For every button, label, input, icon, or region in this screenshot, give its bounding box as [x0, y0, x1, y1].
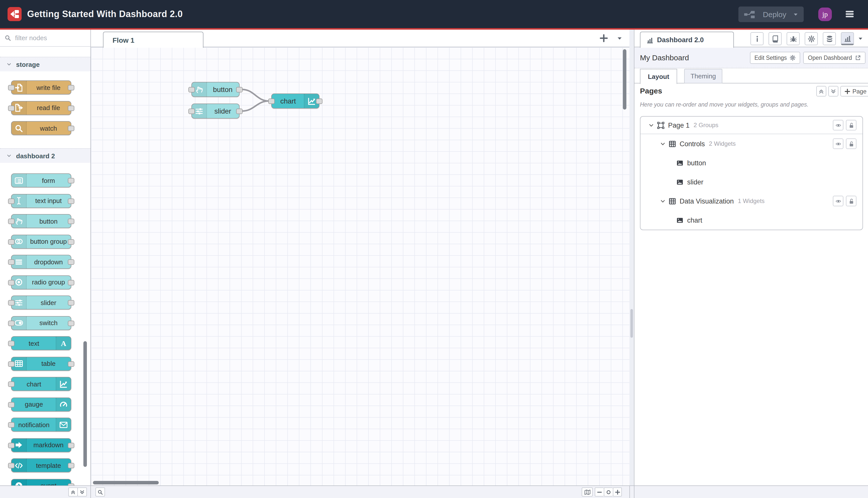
- add-flow-icon[interactable]: [599, 34, 608, 43]
- output-port[interactable]: [68, 483, 74, 485]
- lock-button[interactable]: [846, 196, 856, 206]
- main-menu-icon[interactable]: [844, 10, 855, 18]
- palette-node-form[interactable]: form: [11, 173, 71, 187]
- tree-row-slider[interactable]: slider: [640, 172, 863, 192]
- output-port[interactable]: [68, 219, 74, 224]
- output-port[interactable]: [68, 259, 74, 265]
- zoom-out-button[interactable]: [595, 487, 604, 497]
- input-port[interactable]: [8, 259, 15, 265]
- output-port[interactable]: [68, 300, 74, 305]
- sidebar-toolbar-bug-button[interactable]: [787, 32, 800, 45]
- sidebar-toolbar-bar-chart-button[interactable]: [841, 32, 854, 45]
- sidebar-toolbar-gear-button[interactable]: [805, 32, 818, 45]
- palette-category-storage[interactable]: storage: [0, 57, 90, 71]
- palette-collapse-all-button[interactable]: [68, 487, 78, 497]
- tab-dashboard-2[interactable]: Dashboard 2.0: [640, 32, 734, 48]
- output-port[interactable]: [68, 443, 74, 448]
- tab-layout[interactable]: Layout: [640, 69, 677, 84]
- splitter-grip[interactable]: [630, 309, 633, 338]
- canvas-vertical-scrollbar[interactable]: [623, 49, 626, 109]
- user-avatar[interactable]: jp: [818, 8, 832, 21]
- palette-node-template[interactable]: template: [11, 458, 71, 472]
- tree-row-chart[interactable]: chart: [640, 211, 863, 230]
- input-port[interactable]: [8, 239, 15, 245]
- palette-node-radio-group[interactable]: radio group: [11, 275, 71, 289]
- output-port[interactable]: [68, 361, 74, 367]
- palette-node-button-group[interactable]: button group: [11, 234, 71, 249]
- move-down-button[interactable]: [828, 86, 838, 96]
- input-port[interactable]: [188, 87, 195, 92]
- input-port[interactable]: [8, 443, 15, 448]
- add-page-button[interactable]: Page: [840, 86, 868, 96]
- palette-node-markdown[interactable]: markdown: [11, 438, 71, 452]
- canvas-search-button[interactable]: [95, 487, 105, 497]
- palette-expand-all-button[interactable]: [77, 487, 87, 497]
- flow-list-caret-icon[interactable]: [616, 35, 623, 42]
- palette-node-button[interactable]: button: [11, 214, 71, 228]
- open-dashboard-button[interactable]: Open Dashboard: [803, 52, 866, 64]
- output-port[interactable]: [316, 99, 322, 104]
- edit-settings-button[interactable]: Edit Settings: [750, 52, 800, 64]
- tree-row-controls[interactable]: Controls2 Widgets: [640, 134, 863, 153]
- canvas-node-slider[interactable]: slider: [191, 104, 240, 119]
- wire-button-to-chart[interactable]: [242, 90, 269, 101]
- input-port[interactable]: [8, 463, 15, 468]
- palette-category-dashboard-2[interactable]: dashboard 2: [0, 148, 90, 163]
- output-port[interactable]: [68, 198, 74, 204]
- palette-node-table[interactable]: table: [11, 356, 71, 371]
- deploy-caret-icon[interactable]: [793, 11, 799, 17]
- input-port[interactable]: [8, 320, 15, 326]
- output-port[interactable]: [68, 320, 74, 326]
- palette-node-chart[interactable]: chart: [11, 377, 71, 391]
- visibility-button[interactable]: [833, 120, 843, 130]
- palette-node-dropdown[interactable]: dropdown: [11, 255, 71, 269]
- move-up-button[interactable]: [816, 86, 826, 96]
- palette-node-text[interactable]: Atext: [11, 336, 71, 350]
- navigator-toggle-button[interactable]: [582, 487, 593, 497]
- canvas-horizontal-scrollbar[interactable]: [93, 481, 159, 484]
- deploy-button[interactable]: Deploy: [738, 6, 804, 22]
- output-port[interactable]: [68, 85, 74, 90]
- input-port[interactable]: [8, 361, 15, 367]
- output-port[interactable]: [68, 239, 74, 245]
- input-port[interactable]: [8, 422, 15, 428]
- input-port[interactable]: [8, 85, 15, 90]
- palette-node-switch[interactable]: switch: [11, 316, 71, 330]
- sidebar-toolbar-database-button[interactable]: [823, 32, 836, 45]
- palette-node-write-file[interactable]: write file: [11, 80, 71, 94]
- tree-row-button[interactable]: button: [640, 153, 863, 172]
- tab-flow-1[interactable]: Flow 1: [103, 32, 203, 48]
- tree-row-data-visualization[interactable]: Data Visualization1 Widgets: [640, 192, 863, 211]
- input-port[interactable]: [8, 402, 15, 407]
- input-port[interactable]: [268, 99, 275, 104]
- visibility-button[interactable]: [833, 196, 843, 206]
- visibility-button[interactable]: [833, 139, 843, 149]
- tree-row-page-1[interactable]: Page 12 Groups: [640, 117, 863, 134]
- tab-theming[interactable]: Theming: [684, 69, 722, 83]
- input-port[interactable]: [8, 280, 15, 285]
- zoom-in-button[interactable]: [613, 487, 622, 497]
- sidebar-splitter[interactable]: [629, 30, 634, 485]
- input-port[interactable]: [8, 300, 15, 305]
- filter-nodes-input[interactable]: [14, 34, 86, 42]
- palette-node-event[interactable]: event: [11, 479, 71, 485]
- output-port[interactable]: [68, 105, 74, 111]
- canvas-node-button[interactable]: button: [191, 82, 240, 97]
- palette-node-slider[interactable]: slider: [11, 296, 71, 310]
- input-port[interactable]: [8, 341, 15, 346]
- zoom-reset-button[interactable]: [604, 487, 613, 497]
- output-port[interactable]: [236, 108, 243, 114]
- sidebar-toolbar-book-button[interactable]: [769, 32, 782, 45]
- input-port[interactable]: [8, 381, 15, 387]
- palette-node-text-input[interactable]: text input: [11, 194, 71, 208]
- input-port[interactable]: [8, 105, 15, 111]
- output-port[interactable]: [236, 87, 243, 92]
- canvas-node-chart[interactable]: chart: [271, 93, 319, 108]
- input-port[interactable]: [8, 198, 15, 204]
- output-port[interactable]: [68, 463, 74, 468]
- sidebar-tabs-caret-icon[interactable]: [857, 36, 864, 42]
- output-port[interactable]: [68, 126, 74, 131]
- palette-scrollbar[interactable]: [83, 341, 87, 467]
- output-port[interactable]: [68, 178, 74, 183]
- input-port[interactable]: [188, 108, 195, 114]
